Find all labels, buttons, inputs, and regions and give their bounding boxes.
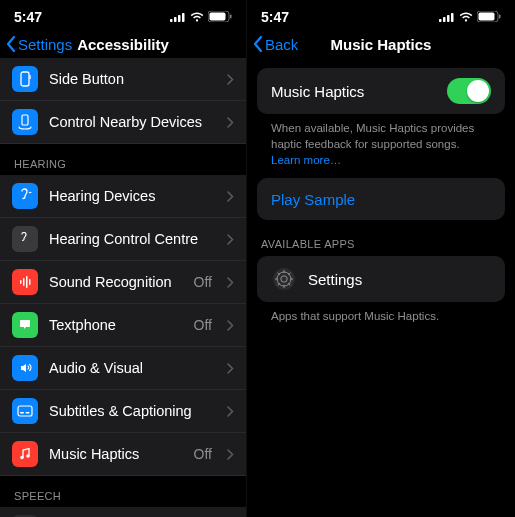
signal-icon — [170, 12, 186, 22]
hearing-control-icon — [12, 226, 38, 252]
settings-app-icon — [271, 266, 297, 292]
section-header-hearing: HEARING — [0, 144, 246, 175]
svg-rect-10 — [20, 280, 22, 284]
nav-back-button[interactable]: Back — [253, 36, 298, 53]
play-sample-label: Play Sample — [271, 191, 355, 208]
nav-bar: Back Music Haptics — [247, 30, 515, 58]
svg-point-18 — [26, 454, 30, 458]
section-header-speech: SPEECH — [0, 476, 246, 507]
cell-detail: Off — [194, 317, 212, 333]
nav-back-settings[interactable]: Settings — [6, 36, 72, 53]
nav-title: Music Haptics — [331, 36, 432, 53]
status-time: 5:47 — [261, 9, 289, 25]
textphone-icon — [12, 312, 38, 338]
cell-detail: Off — [194, 274, 212, 290]
svg-rect-8 — [30, 75, 31, 79]
svg-rect-28 — [439, 19, 442, 22]
chevron-right-icon — [227, 320, 234, 331]
content-scroll[interactable]: Music Haptics When available, Music Hapt… — [247, 58, 515, 517]
settings-app-row[interactable]: Settings — [257, 256, 505, 302]
cell-label: Audio & Visual — [49, 360, 216, 376]
music-haptics-screen: 5:47 Back Music Haptics Music Haptics Wh… — [247, 0, 515, 517]
svg-rect-29 — [443, 17, 446, 22]
svg-rect-6 — [230, 15, 232, 19]
status-time: 5:47 — [14, 9, 42, 25]
content-scroll[interactable]: Side Button Control Nearby Devices HEARI… — [0, 58, 246, 517]
wifi-icon — [459, 12, 473, 22]
svg-rect-15 — [20, 412, 24, 413]
status-bar: 5:47 — [0, 0, 246, 30]
svg-rect-30 — [447, 15, 450, 22]
svg-rect-1 — [174, 17, 177, 22]
svg-point-17 — [20, 456, 24, 460]
chevron-right-icon — [227, 449, 234, 460]
svg-rect-7 — [21, 72, 29, 86]
music-haptics-icon — [12, 441, 38, 467]
chevron-right-icon — [227, 234, 234, 245]
nav-title: Accessibility — [77, 36, 169, 53]
cell-label: Side Button — [49, 71, 216, 87]
chevron-right-icon — [227, 117, 234, 128]
svg-rect-2 — [178, 15, 181, 22]
nearby-devices-icon — [12, 109, 38, 135]
status-indicators — [439, 11, 501, 22]
sound-recognition-row[interactable]: Sound Recognition Off — [0, 261, 246, 304]
chevron-right-icon — [227, 406, 234, 417]
hearing-devices-row[interactable]: Hearing Devices — [0, 175, 246, 218]
signal-icon — [439, 12, 455, 22]
cell-label: Hearing Devices — [49, 188, 216, 204]
music-haptics-row[interactable]: Music Haptics Off — [0, 433, 246, 476]
cell-detail: Off — [194, 446, 212, 462]
cell-label: Hearing Control Centre — [49, 231, 216, 247]
svg-rect-14 — [18, 406, 32, 416]
svg-rect-11 — [23, 278, 25, 286]
cell-label: Control Nearby Devices — [49, 114, 216, 130]
toggle-label: Music Haptics — [271, 83, 447, 100]
side-button-row[interactable]: Side Button — [0, 58, 246, 101]
live-speech-row[interactable]: Live Speech Off — [0, 507, 246, 517]
music-haptics-toggle-row[interactable]: Music Haptics — [257, 68, 505, 114]
svg-rect-13 — [29, 279, 31, 285]
cell-label: Subtitles & Captioning — [49, 403, 216, 419]
chevron-right-icon — [227, 277, 234, 288]
nav-bar: Settings Accessibility — [0, 30, 246, 58]
svg-rect-31 — [451, 13, 454, 22]
battery-icon — [208, 11, 232, 22]
audio-visual-icon — [12, 355, 38, 381]
hearing-devices-icon — [12, 183, 38, 209]
battery-icon — [477, 11, 501, 22]
settings-app-label: Settings — [308, 271, 491, 288]
side-button-icon — [12, 66, 38, 92]
svg-rect-9 — [22, 115, 28, 125]
subtitles-icon — [12, 398, 38, 424]
subtitles-row[interactable]: Subtitles & Captioning — [0, 390, 246, 433]
available-apps-header: AVAILABLE APPS — [247, 220, 515, 256]
svg-rect-12 — [26, 276, 28, 288]
sound-recognition-icon — [12, 269, 38, 295]
learn-more-link[interactable]: Learn more… — [271, 154, 341, 166]
svg-rect-33 — [479, 13, 495, 21]
hearing-control-centre-row[interactable]: Hearing Control Centre — [0, 218, 246, 261]
svg-rect-34 — [499, 15, 501, 19]
chevron-left-icon — [253, 36, 263, 52]
svg-rect-3 — [182, 13, 185, 22]
wifi-icon — [190, 12, 204, 22]
audio-visual-row[interactable]: Audio & Visual — [0, 347, 246, 390]
chevron-right-icon — [227, 191, 234, 202]
svg-rect-0 — [170, 19, 173, 22]
textphone-row[interactable]: Textphone Off — [0, 304, 246, 347]
play-sample-button[interactable]: Play Sample — [257, 178, 505, 220]
status-indicators — [170, 11, 232, 22]
status-bar: 5:47 — [247, 0, 515, 30]
svg-rect-5 — [210, 13, 226, 21]
accessibility-screen: 5:47 Settings Accessibility Side Button … — [0, 0, 247, 517]
svg-rect-16 — [26, 412, 30, 413]
cell-label: Textphone — [49, 317, 183, 333]
cell-label: Music Haptics — [49, 446, 183, 462]
chevron-right-icon — [227, 363, 234, 374]
apps-footer: Apps that support Music Haptics. — [257, 302, 505, 324]
music-haptics-toggle[interactable] — [447, 78, 491, 104]
chevron-right-icon — [227, 74, 234, 85]
cell-label: Sound Recognition — [49, 274, 183, 290]
control-nearby-row[interactable]: Control Nearby Devices — [0, 101, 246, 144]
